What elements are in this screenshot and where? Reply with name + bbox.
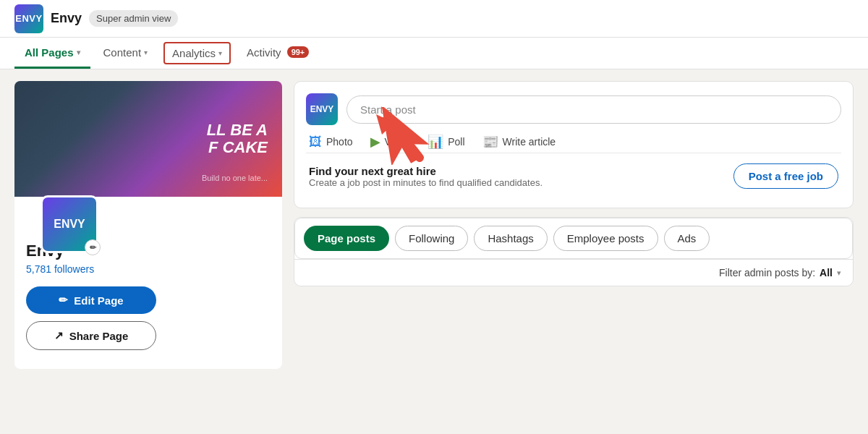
followers-count: 5,781 followers [26,263,271,275]
post-input-row: ENVY Start a post [306,93,841,125]
all-pages-chevron-icon: ▾ [77,48,80,56]
hire-title: Find your next great hire [309,165,542,177]
top-nav: ENVY Envy Super admin view [0,0,868,38]
tab-page-posts[interactable]: Page posts [304,226,389,251]
cover-text: LL BE A F CAKE [207,122,268,156]
nav-all-pages[interactable]: All Pages ▾ [14,38,90,69]
admin-badge: Super admin view [89,10,178,27]
nav-activity[interactable]: Activity 99+ [237,38,319,69]
nav-analytics[interactable]: Analytics ▾ [163,42,231,64]
profile-logo: ENVY ✏ [41,195,98,253]
company-name: Envy [51,11,82,26]
main-content: LL BE A F CAKE Build no one late... ENVY… [0,69,868,380]
left-panel: LL BE A F CAKE Build no one late... ENVY… [14,81,282,369]
logo-block: ENVY Envy Super admin view [14,4,178,33]
pencil-icon: ✏ [59,294,68,307]
article-icon: 📰 [482,134,498,150]
share-icon: ↗ [54,329,64,342]
company-logo-icon: ENVY [14,4,43,33]
analytics-chevron-icon: ▾ [218,49,222,57]
tab-container: Page posts Following Hashtags Employee p… [294,217,854,286]
photo-action[interactable]: 🖼 Photo [309,134,353,150]
edit-logo-icon[interactable]: ✏ [85,239,101,255]
right-panel: ENVY Start a post 🖼 Photo ▶ Video 📊 Poll [294,81,854,369]
filter-chevron-icon[interactable]: ▾ [837,268,841,278]
cover-image: LL BE A F CAKE Build no one late... [14,81,282,197]
tab-ads[interactable]: Ads [664,226,710,251]
tab-bar: Page posts Following Hashtags Employee p… [294,218,853,259]
profile-info: ENVY ✏ Envy 5,781 followers ✏ Edit Page … [14,197,282,369]
post-free-job-button[interactable]: Post a free job [733,163,838,189]
poll-icon: 📊 [427,134,443,150]
hire-section: Find your next great hire Create a job p… [306,153,841,196]
post-box: ENVY Start a post 🖼 Photo ▶ Video 📊 Poll [294,81,854,208]
hire-text-block: Find your next great hire Create a job p… [309,165,542,188]
filter-value[interactable]: All [820,267,833,278]
video-action[interactable]: ▶ Video [370,134,411,150]
tab-following[interactable]: Following [395,226,468,251]
post-actions: 🖼 Photo ▶ Video 📊 Poll 📰 Write article [306,134,841,150]
edit-page-button[interactable]: ✏ Edit Page [26,286,156,314]
write-article-action[interactable]: 📰 Write article [482,134,556,150]
tab-employee-posts[interactable]: Employee posts [553,226,658,251]
start-post-input[interactable]: Start a post [346,95,841,124]
cover-subtext: Build no one late... [202,174,268,182]
cover-area: LL BE A F CAKE Build no one late... [14,81,282,197]
filter-label: Filter admin posts by: [719,267,815,278]
secondary-nav: All Pages ▾ Content ▾ Analytics ▾ Activi… [0,38,868,69]
content-chevron-icon: ▾ [144,48,148,56]
photo-icon: 🖼 [309,135,322,150]
share-page-button[interactable]: ↗ Share Page [26,321,156,350]
post-avatar: ENVY [306,93,338,125]
nav-content[interactable]: Content ▾ [93,38,158,69]
tab-hashtags[interactable]: Hashtags [474,226,547,251]
hire-subtitle: Create a job post in minutes to find qua… [309,177,542,188]
activity-badge: 99+ [287,46,310,58]
poll-action[interactable]: 📊 Poll [427,134,464,150]
filter-row: Filter admin posts by: All ▾ [294,259,853,286]
video-icon: ▶ [370,134,380,150]
